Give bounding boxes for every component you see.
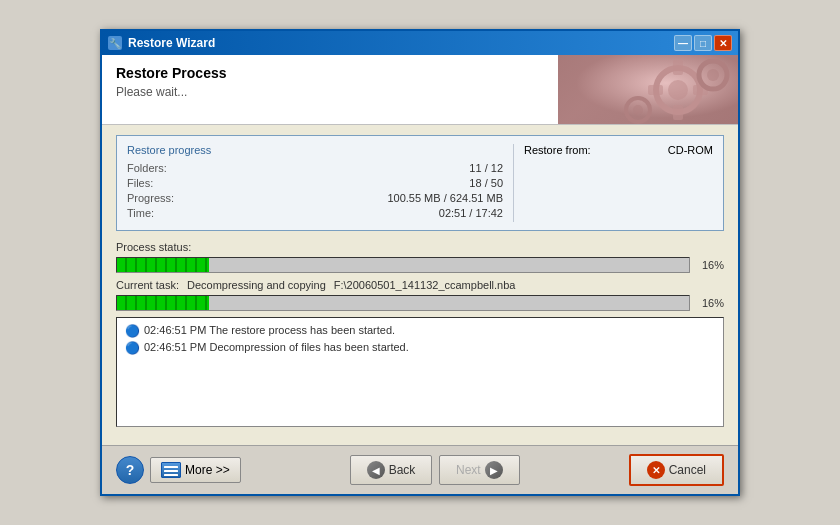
current-task-row: Current task: Decompressing and copying … <box>116 279 724 291</box>
svg-rect-12 <box>164 470 178 472</box>
files-value: 18 / 50 <box>469 177 503 189</box>
cancel-label: Cancel <box>669 463 706 477</box>
current-task-progress-row: 16% <box>116 295 724 311</box>
svg-rect-3 <box>673 60 683 75</box>
log-box: 🔵 02:46:51 PM The restore process has be… <box>116 317 724 427</box>
svg-rect-11 <box>164 466 178 468</box>
log-entry-2: 🔵 02:46:51 PM Decompression of files has… <box>125 341 715 355</box>
time-label: Time: <box>127 207 154 219</box>
current-task-bar-container <box>116 295 690 311</box>
next-label: Next <box>456 463 481 477</box>
more-icon <box>161 462 181 478</box>
svg-point-2 <box>668 80 688 100</box>
svg-rect-13 <box>164 474 178 476</box>
back-button[interactable]: ◀ Back <box>350 455 433 485</box>
title-bar-left: 🔧 Restore Wizard <box>108 36 215 50</box>
window-title: Restore Wizard <box>128 36 215 50</box>
progress-label: Progress: <box>127 192 174 204</box>
log-icon-1: 🔵 <box>125 324 140 338</box>
restore-from-label: Restore from: <box>524 144 591 156</box>
footer-right: ✕ Cancel <box>629 454 724 486</box>
process-status-label: Process status: <box>116 241 724 253</box>
restore-from-value: CD-ROM <box>668 144 713 156</box>
back-icon: ◀ <box>367 461 385 479</box>
next-button[interactable]: Next ▶ <box>439 455 520 485</box>
restore-from-row: Restore from: CD-ROM <box>524 144 713 156</box>
current-task-bar-fill <box>117 296 209 310</box>
close-button[interactable]: ✕ <box>714 35 732 51</box>
current-task-percent: 16% <box>696 297 724 309</box>
files-row: Files: 18 / 50 <box>127 177 503 189</box>
footer-center: ◀ Back Next ▶ <box>249 455 621 485</box>
svg-rect-5 <box>648 85 663 95</box>
footer-left: ? More >> <box>116 456 241 484</box>
title-bar-buttons: — □ ✕ <box>674 35 732 51</box>
process-status-bar-container <box>116 257 690 273</box>
header-image <box>558 55 738 125</box>
title-bar: 🔧 Restore Wizard — □ ✕ <box>102 31 738 55</box>
more-button[interactable]: More >> <box>150 457 241 483</box>
current-task-file: F:\20060501_141132_ccampbell.nba <box>334 279 516 291</box>
wizard-icon: 🔧 <box>108 36 122 50</box>
next-icon: ▶ <box>485 461 503 479</box>
progress-row: Progress: 100.55 MB / 624.51 MB <box>127 192 503 204</box>
footer: ? More >> ◀ Back Next ▶ <box>102 445 738 494</box>
process-status-bar-fill <box>117 258 209 272</box>
more-label: More >> <box>185 463 230 477</box>
log-text-2: 02:46:51 PM Decompression of files has b… <box>144 341 409 353</box>
content: Restore progress Folders: 11 / 12 Files:… <box>102 125 738 445</box>
current-task-label: Current task: <box>116 279 179 291</box>
back-label: Back <box>389 463 416 477</box>
maximize-button[interactable]: □ <box>694 35 712 51</box>
process-status-percent: 16% <box>696 259 724 271</box>
process-status-progress-row: 16% <box>116 257 724 273</box>
restore-left: Restore progress Folders: 11 / 12 Files:… <box>127 144 503 222</box>
progress-value: 100.55 MB / 624.51 MB <box>387 192 503 204</box>
svg-point-8 <box>707 69 719 81</box>
log-text-1: 02:46:51 PM The restore process has been… <box>144 324 395 336</box>
folders-row: Folders: 11 / 12 <box>127 162 503 174</box>
minimize-button[interactable]: — <box>674 35 692 51</box>
restore-wizard-window: 🔧 Restore Wizard — □ ✕ Restore Process P… <box>100 29 740 496</box>
svg-rect-4 <box>673 105 683 120</box>
files-label: Files: <box>127 177 153 189</box>
folders-label: Folders: <box>127 162 167 174</box>
time-value: 02:51 / 17:42 <box>439 207 503 219</box>
svg-point-10 <box>633 105 643 115</box>
header-section: Restore Process Please wait... <box>102 55 738 125</box>
restore-right: Restore from: CD-ROM <box>513 144 713 222</box>
time-row: Time: 02:51 / 17:42 <box>127 207 503 219</box>
log-entry-1: 🔵 02:46:51 PM The restore process has be… <box>125 324 715 338</box>
folders-value: 11 / 12 <box>469 162 503 174</box>
log-icon-2: 🔵 <box>125 341 140 355</box>
current-task-action: Decompressing and copying <box>187 279 326 291</box>
cancel-icon: ✕ <box>647 461 665 479</box>
restore-progress-title: Restore progress <box>127 144 503 156</box>
help-button[interactable]: ? <box>116 456 144 484</box>
restore-progress-box: Restore progress Folders: 11 / 12 Files:… <box>116 135 724 231</box>
cancel-button[interactable]: ✕ Cancel <box>629 454 724 486</box>
